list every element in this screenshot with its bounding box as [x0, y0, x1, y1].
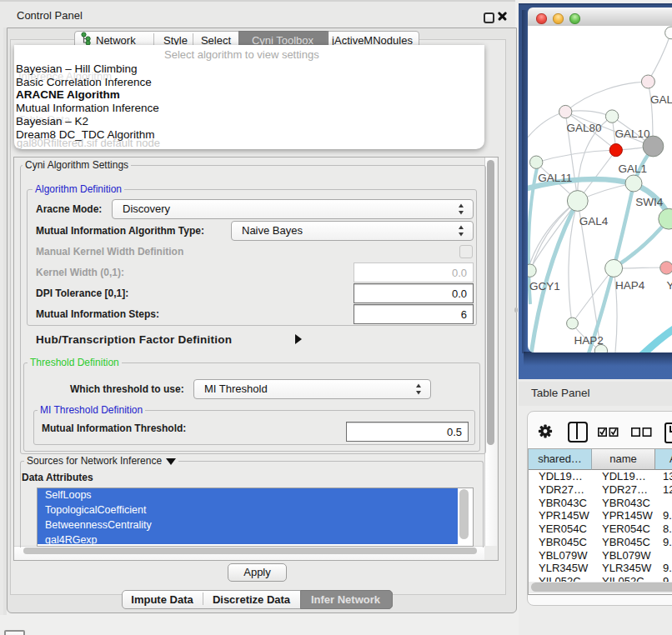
- svg-text:GCY1: GCY1: [529, 280, 560, 292]
- svg-text:HAP2: HAP2: [574, 334, 603, 347]
- svg-text:GAL4: GAL4: [579, 215, 609, 228]
- svg-text:GAL1: GAL1: [619, 162, 648, 175]
- svg-text:SWI4: SWI4: [635, 196, 663, 208]
- svg-text:GAL10: GAL10: [614, 128, 649, 140]
- svg-text:GAL7: GAL7: [650, 93, 672, 106]
- svg-text:HAP4: HAP4: [615, 279, 645, 292]
- svg-text:GAL80: GAL80: [567, 122, 602, 134]
- svg-text:Y: Y: [666, 279, 672, 292]
- svg-text:GAL11: GAL11: [538, 172, 572, 184]
